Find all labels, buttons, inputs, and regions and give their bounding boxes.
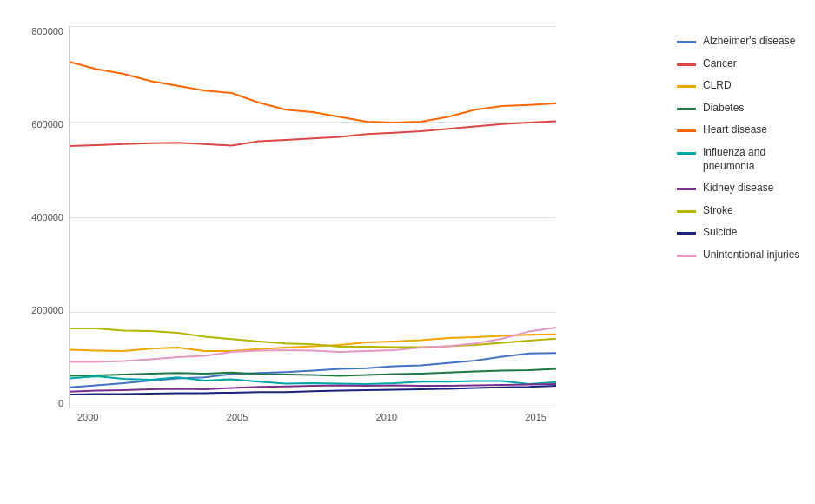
legend-label-heart: Heart disease (703, 123, 767, 137)
line-heart (70, 62, 556, 123)
legend-label-kidney: Kidney disease (703, 182, 773, 196)
legend-item-clrd: CLRD (677, 79, 807, 93)
y-axis-label: 0 (58, 398, 63, 408)
legend-color-diabetes (677, 108, 696, 110)
legend-color-stroke (677, 210, 696, 213)
legend-label-unintentional: Unintentional injuries (703, 249, 799, 262)
legend-color-alzheimers (677, 41, 696, 43)
plot-and-x: 2000200520102015 (69, 26, 555, 429)
x-axis-label: 2000 (77, 412, 98, 422)
legend-item-heart: Heart disease (677, 123, 807, 137)
grid-line (70, 408, 555, 408)
legend-color-clrd (677, 85, 696, 88)
line-influenza (70, 376, 556, 384)
chart-area: 8000006000004000002000000 20002005201020… (8, 26, 659, 461)
legend-item-cancer: Cancer (677, 57, 807, 71)
chart-container: 8000006000004000002000000 20002005201020… (0, 0, 815, 504)
legend-item-influenza: Influenza and pneumonia (677, 146, 807, 173)
legend-item-diabetes: Diabetes (677, 102, 807, 116)
legend-color-suicide (677, 232, 696, 235)
legend-item-stroke: Stroke (677, 204, 807, 218)
plot-box (69, 26, 555, 408)
legend-item-suicide: Suicide (677, 226, 807, 240)
chart-wrap: 8000006000004000002000000 20002005201020… (8, 9, 807, 495)
y-axis-labels: 8000006000004000002000000 (8, 26, 69, 408)
legend-label-diabetes: Diabetes (703, 102, 744, 116)
legend-label-clrd: CLRD (703, 79, 732, 93)
line-stroke (70, 328, 556, 348)
legend-color-heart (677, 129, 696, 132)
legend-label-suicide: Suicide (703, 226, 737, 240)
legend-item-alzheimers: Alzheimer's disease (677, 35, 807, 49)
legend-item-unintentional: Unintentional injuries (677, 249, 807, 262)
x-axis-label: 2015 (525, 412, 546, 422)
legend-color-influenza (677, 152, 696, 155)
line-alzheimers (70, 353, 556, 388)
lines-svg (70, 26, 555, 408)
x-axis-label: 2005 (227, 412, 248, 422)
legend-color-cancer (677, 63, 696, 66)
legend-label-alzheimers: Alzheimer's disease (703, 35, 795, 49)
y-axis-label: 800000 (31, 26, 63, 36)
legend-color-kidney (677, 188, 696, 190)
y-axis-label: 200000 (31, 305, 63, 315)
y-axis-label: 600000 (31, 119, 63, 129)
legend-color-unintentional (677, 255, 696, 257)
line-cancer (70, 121, 556, 146)
legend-label-influenza: Influenza and pneumonia (703, 146, 807, 173)
legend-item-kidney: Kidney disease (677, 182, 807, 196)
legend-label-stroke: Stroke (703, 204, 733, 218)
x-axis-label: 2010 (376, 412, 397, 422)
y-axis-label: 400000 (31, 212, 63, 222)
x-axis-labels: 2000200520102015 (69, 408, 555, 422)
legend-label-cancer: Cancer (703, 57, 737, 71)
legend: Alzheimer's diseaseCancerCLRDDiabetesHea… (659, 26, 807, 262)
